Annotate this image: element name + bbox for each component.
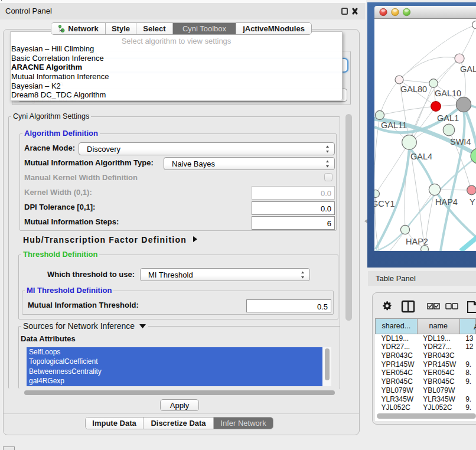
svg-text:GCY1: GCY1: [374, 199, 395, 208]
svg-text:HAP2: HAP2: [406, 237, 428, 246]
svg-text:GAL: GAL: [460, 64, 476, 74]
svg-text:GAL1: GAL1: [437, 113, 459, 123]
svg-text:GAL11: GAL11: [381, 120, 407, 130]
svg-text:GAL80: GAL80: [400, 84, 427, 94]
svg-text:Y: Y: [470, 197, 475, 207]
svg-text:HAP4: HAP4: [435, 197, 458, 207]
svg-text:GAL4: GAL4: [410, 152, 432, 161]
svg-text:GAL10: GAL10: [435, 89, 461, 98]
svg-text:SWI4: SWI4: [450, 137, 471, 146]
